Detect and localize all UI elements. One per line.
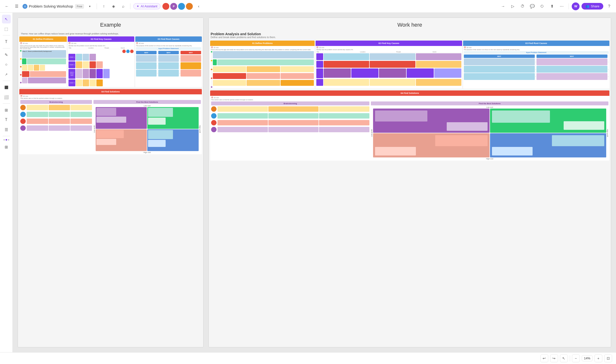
zoom-level[interactable]: 14% [582,355,592,361]
timer-button[interactable]: ⏱ [519,2,526,10]
r-bcard-9 [319,120,369,125]
bcard-5 [49,112,70,117]
r-bc1 [324,53,369,60]
why-row-1: › › [136,55,201,62]
r-s2b [217,59,314,65]
ba-3 [20,118,26,124]
card-x1 [76,69,82,78]
r-step5 [213,80,314,86]
brainstorming-col: Brainstorming [20,100,92,153]
matrix-container: Low cost Low profit [94,105,201,153]
redo-button[interactable]: ↪ [550,354,558,362]
search-button[interactable]: ⌕ [119,2,127,10]
right-top-sections: 01 Define Problems ⏰ 30 min Here to find… [209,39,611,90]
back-button[interactable]: ← [3,2,11,10]
sidebar-sep-3 [3,81,10,81]
card-y1 [76,79,82,86]
brain-cards-2 [76,61,134,68]
sidebar-sticky[interactable]: ⬛ [2,83,11,92]
brain-cards [76,54,134,61]
why-row-2: › › [136,62,201,69]
r-time-1: ⏰ 30 min [211,47,314,49]
ai-assistant-button[interactable]: ✦ AI Assistant [133,3,161,9]
r-dot-5 [211,86,212,88]
q-bl [96,129,147,151]
sidebar-frame[interactable]: ⬜ [2,93,11,102]
card-x3 [90,69,96,78]
cursor-mode-button[interactable]: ↖ [560,354,568,362]
r-brainstorm-rows [211,106,369,132]
r-q-tr [490,109,606,133]
history-button[interactable]: ⏲ [538,2,546,10]
r-brain-s4 [316,79,461,86]
sidebar-table[interactable]: ⊞ [2,143,11,151]
help-button[interactable]: ? [605,2,613,10]
r-timeline [211,51,314,88]
sidebar-grid[interactable]: ⊞ [2,106,11,114]
solutions-label: 04 Find Solutions [101,91,120,93]
sidebar-select[interactable]: ⬚ [2,25,11,33]
zoom-in-button[interactable]: + [594,354,602,362]
sidebar-connector[interactable]: ↗ [2,70,11,79]
sidebar-text2[interactable]: T [2,115,11,124]
r-dot-1 [211,51,212,52]
sidebar-shape[interactable]: ○ [2,60,11,69]
fit-button[interactable]: ⊡ [604,354,612,362]
r-ba-4 [211,127,216,132]
r-q-tr-2 [564,121,604,130]
export-button[interactable]: ↑ [100,2,108,10]
share-button[interactable]: 👥 Share [581,3,603,10]
card-x2 [83,69,89,78]
r-matrix-container: Low cost Low profit [371,106,608,160]
dot-1 [3,139,5,141]
right-key-causes-content: ⏰ 30 min Identify how the problem occurs… [316,46,462,87]
menu-button[interactable]: ☰ [13,2,21,10]
r-wc6 [536,73,607,80]
more-button[interactable]: ⋯ [558,2,566,10]
left-sidebar: ↖ ⬚ T ✎ ○ ↗ ⬛ ⬜ ⊞ T ☰ ⊞ ◎ [0,13,13,364]
time-label-2: ⏰ 30 min [68,42,134,44]
brain-label-3: STEP 3 Break down [68,69,75,79]
q-tr-card2 [148,117,165,125]
comment-button[interactable]: 💬 [528,2,536,10]
r-s3b [247,66,280,72]
bcard-11 [49,125,70,131]
tag-button[interactable]: ◈ [110,2,117,10]
right-define-label: 01 Define Problems [252,42,273,44]
step2-green [22,58,27,64]
play-button[interactable]: ▷ [509,2,517,10]
r-wc4 [536,66,607,73]
sidebar-pen[interactable]: ✎ [2,50,11,59]
brainstorm-label: Brainstorming [49,101,63,103]
r-bsticky-1 [217,106,369,112]
sidebar-list[interactable]: ☰ [2,125,11,134]
sidebar-text[interactable]: T [2,37,11,46]
r-brain-lbl2 [316,61,323,68]
r-bcard-12 [319,127,369,132]
r-q-br [490,133,606,157]
person-avatar-3 [130,50,134,53]
share-label: Share [591,4,599,8]
chevron-button[interactable]: ▾ [86,2,94,10]
solutions-two-col: Brainstorming [20,100,201,153]
high-profit-label: High profit [199,125,201,133]
collapse-button[interactable]: ‹ [195,2,202,10]
right-solutions-content: ⏰ 30 min This section aims to find the o… [210,96,609,161]
col-title: Title [68,47,88,49]
r-brain-lbl4 [316,79,323,86]
r-input-label: Input Problem Statement [464,52,608,53]
upload-button[interactable]: ⬆ [548,2,556,10]
forward-button[interactable]: → [499,2,507,10]
avatar-4 [186,3,193,10]
key-causes-label: 02 Find Key Causes [91,38,112,40]
card-y4 [96,79,103,86]
free-badge[interactable]: Free [75,4,84,9]
why-arrow-5: › [157,72,158,75]
zoom-out-button[interactable]: − [572,354,580,362]
card-a [76,61,82,68]
r-step3 [213,66,314,72]
sidebar-cursor[interactable]: ↖ [2,15,11,24]
bcard-1 [27,105,48,110]
bcard-12 [70,125,92,131]
undo-button[interactable]: ↩ [540,354,548,362]
